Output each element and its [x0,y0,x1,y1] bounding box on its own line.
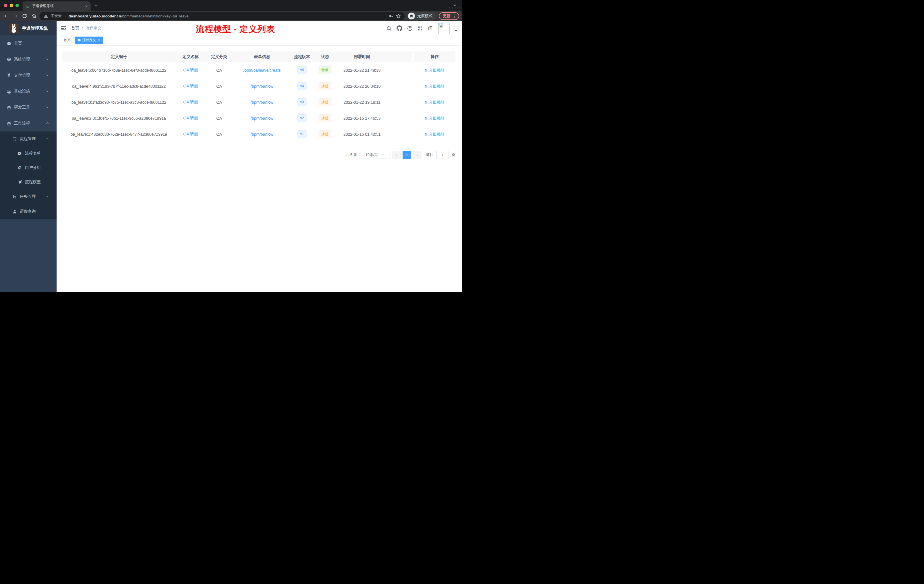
zoom-window-button[interactable] [15,4,19,7]
robot-face-icon [17,165,22,170]
version-badge[interactable]: v4 [297,82,307,90]
sidebar-item-process-management[interactable]: 流程管理 [0,132,56,146]
avatar[interactable] [438,23,450,34]
annotation-overlay-text: 流程模型 - 定义列表 [181,23,290,35]
monitor-chart-icon [6,89,12,94]
url-field[interactable]: 不安全 | dashboard.yudao.iocoder.cn/bpm/man… [40,12,405,20]
cell-deploy-time: 2022-01-22 21:48:38 [337,62,386,78]
incognito-corner-pattern [449,5,462,11]
browser-window: 芋道管理系统 × + 不安全 | dashboard.yudao.iocode [0,0,462,292]
tag-process-definition[interactable]: 流程定义 × [75,36,103,44]
avatar-dropdown-caret-icon[interactable] [455,30,457,32]
back-icon[interactable] [3,13,10,20]
tag-label: 首页 [64,38,71,43]
cell-definition-id: oa_leave:4:991f2193-7b7f-11ec-a3c8-acde4… [63,78,175,94]
cell-deploy-time: 2022-01-16 17:46:53 [337,110,386,126]
browser-menu-kebab-icon[interactable]: ⋮ [452,14,456,18]
help-icon[interactable]: ? [407,26,412,31]
sidebar-item-task-management[interactable]: 任务管理 [0,189,56,204]
definition-name-link[interactable]: OA 请假 [183,116,198,121]
reload-icon[interactable] [21,13,28,20]
breadcrumb-home[interactable]: 首页 [71,26,79,31]
sidebar-item-home[interactable]: 首页 [0,35,56,51]
security-label[interactable]: 不安全 [51,13,62,18]
form-link[interactable]: /bpm/oa/flow [251,132,273,137]
version-badge[interactable]: v2 [297,114,307,122]
assign-rule-button[interactable]: 分配规则 [424,116,444,121]
definition-name-link[interactable]: OA 请假 [183,132,198,137]
password-key-icon[interactable] [388,13,393,18]
chevron-down-icon [46,89,49,94]
sidebar-item-label: 支付管理 [14,73,30,78]
tab-close-icon[interactable]: × [85,4,88,8]
assign-rule-button[interactable]: 分配规则 [424,100,444,105]
prev-page-button[interactable]: ‹ [392,151,401,159]
browser-tab[interactable]: 芋道管理系统 × [23,2,91,11]
form-link[interactable]: /bpm/oa/leave/create [243,68,281,73]
definition-name-link[interactable]: OA 请假 [183,68,198,73]
sidebar-item-label: 用户分组 [25,165,41,170]
definition-name-link[interactable]: OA 请假 [183,100,198,105]
cell-category: OA [206,126,232,142]
forward-icon[interactable] [12,13,19,20]
form-link[interactable]: /bpm/oa/flow [251,84,273,89]
assign-rule-button[interactable]: 分配规则 [424,84,444,89]
sidebar-item-user-group[interactable]: 用户分组 [0,160,56,175]
browser-update-button[interactable]: 更新 ⋮ [439,12,459,20]
bookmark-star-icon[interactable] [396,13,401,18]
security-warning-icon[interactable] [43,14,48,18]
next-page-button[interactable]: › [413,151,421,159]
assign-rule-button[interactable]: 分配规则 [424,132,444,137]
sidebar-item-leave-query[interactable]: 请假查询 [0,204,56,219]
sidebar-item-process-form[interactable]: 流程表单 [0,146,56,160]
incognito-badge: 无痕模式 [407,12,437,20]
sidebar-item-workflow[interactable]: 工作流程 [0,115,56,132]
github-icon[interactable] [396,25,402,31]
sidebar-item-infrastructure[interactable]: 基础设施 [0,83,56,99]
minimize-window-button[interactable] [10,4,13,7]
sidebar-item-label: 流程管理 [20,136,36,142]
sidebar-collapse-icon[interactable] [61,25,66,31]
goto-label: 前往 [426,152,434,157]
version-badge[interactable]: v3 [297,98,307,106]
paper-plane-icon [17,180,22,184]
tag-home[interactable]: 首页 [61,36,73,44]
home-icon[interactable] [30,13,37,20]
search-icon[interactable] [386,26,392,31]
font-size-icon[interactable]: TT [428,26,432,31]
version-badge[interactable]: v5 [297,66,307,74]
select-chevron-icon [381,153,384,157]
form-link[interactable]: /bpm/oa/flow [251,100,273,105]
version-badge[interactable]: v1 [297,130,307,138]
favicon-plant-icon [25,4,30,8]
status-badge: 挂起 [318,114,332,122]
assign-rule-button[interactable]: 分配规则 [424,68,444,73]
org-tree-icon [12,194,17,199]
header-actions: ? TT [386,23,457,34]
sidebar-item-payment[interactable]: ¥ 支付管理 [0,68,56,83]
sidebar-item-label: 研发工具 [14,105,30,110]
page-size-select[interactable]: 10条/页 [361,151,389,159]
cell-category: OA [206,62,232,78]
sidebar-item-dev-tools[interactable]: 研发工具 [0,99,56,115]
assign-rule-label: 分配规则 [429,84,444,89]
definition-name-link[interactable]: OA 请假 [183,84,198,89]
page-number-button[interactable]: 1 [403,151,411,159]
new-tab-button[interactable]: + [94,2,98,9]
goto-page-input[interactable] [436,151,449,159]
form-link[interactable]: /bpm/oa/flow [251,116,273,120]
tag-close-icon[interactable]: × [98,38,100,42]
sidebar-logo[interactable]: 芋道管理系统 [0,21,56,35]
app-title: 芋道管理系统 [22,26,48,31]
url-text[interactable]: dashboard.yudao.iocoder.cn/bpm/manager/d… [69,13,188,18]
column-header-definition-name: 定义名称 [175,51,206,62]
cell-definition-id: oa_leave:3:1fad3d93-7b75-11ec-a3c8-acde4… [63,94,175,110]
close-window-button[interactable] [4,4,7,7]
cell-deploy-time: 2022-01-22 20:34:10 [337,78,386,94]
cell-definition-id: oa_leave:1:482ec033-762a-11ec-8477-a2380… [63,126,175,142]
sidebar-item-system[interactable]: 系统管理 [0,51,56,68]
pagination-total: 共 5 条 [346,152,357,157]
sidebar-item-process-model[interactable]: 流程模型 [0,175,56,189]
assign-rule-label: 分配规则 [429,116,444,121]
fullscreen-icon[interactable] [417,26,423,31]
